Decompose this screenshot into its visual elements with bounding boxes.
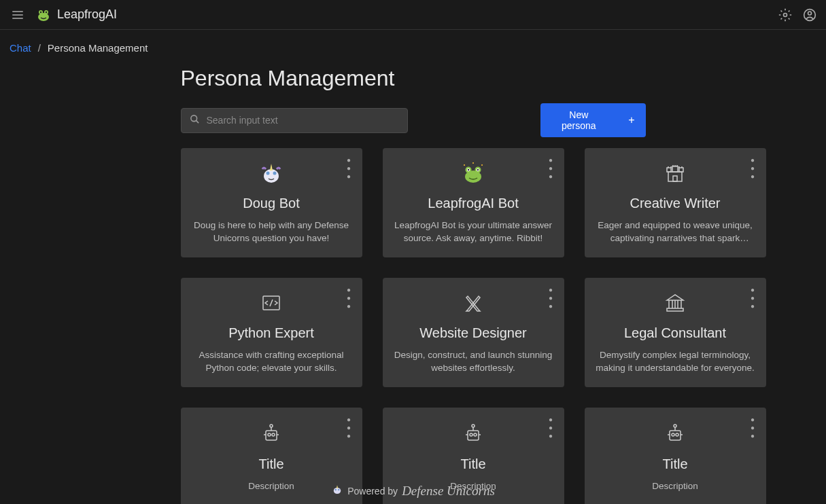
app-header: LeapfrogAI xyxy=(0,0,826,30)
search-box[interactable] xyxy=(181,108,408,133)
svg-point-19 xyxy=(477,169,479,170)
app-logo[interactable]: LeapfrogAI xyxy=(34,5,117,24)
new-persona-button[interactable]: New persona + xyxy=(540,103,646,137)
card-menu-icon[interactable]: ●●● xyxy=(547,416,555,443)
code-icon xyxy=(258,290,285,316)
svg-point-11 xyxy=(266,172,270,175)
persona-card-python-expert[interactable]: ●●● Python Expert Assistance with crafti… xyxy=(181,278,362,387)
svg-point-46 xyxy=(472,425,475,427)
card-title: Legal Consultant xyxy=(624,325,726,341)
header-left: LeapfrogAI xyxy=(10,5,117,24)
persona-card-doug-bot[interactable]: ●●● Doug Bot Doug is here to help with a… xyxy=(181,148,362,257)
card-menu-icon[interactable]: ●●● xyxy=(345,416,353,443)
card-menu-icon[interactable]: ●●● xyxy=(547,286,555,313)
svg-rect-35 xyxy=(266,431,277,440)
svg-point-7 xyxy=(808,12,812,15)
svg-rect-23 xyxy=(668,172,682,181)
card-title: Doug Bot xyxy=(243,196,299,211)
card-description: Demystify complex legal terminology, mak… xyxy=(596,349,755,374)
design-tools-icon xyxy=(460,290,487,316)
breadcrumb-chat-link[interactable]: Chat xyxy=(10,42,31,54)
card-description: LeapfrogAI Bot is your ultimate answer s… xyxy=(394,219,553,244)
svg-point-21 xyxy=(481,164,483,166)
footer: Powered by Defense Unicorns xyxy=(0,484,826,499)
new-persona-label: New persona xyxy=(551,109,607,131)
robot-icon xyxy=(460,420,487,447)
svg-rect-24 xyxy=(667,168,671,172)
legal-building-icon xyxy=(661,290,689,316)
card-title: Creative Writer xyxy=(630,196,721,211)
svg-point-50 xyxy=(672,433,674,436)
unicorn-icon xyxy=(258,160,285,186)
robot-icon xyxy=(258,420,285,447)
card-menu-icon[interactable]: ●●● xyxy=(749,156,757,183)
svg-rect-27 xyxy=(673,176,677,181)
svg-rect-42 xyxy=(468,431,479,440)
footer-brand: Defense Unicorns xyxy=(402,484,495,499)
main-content: Persona Management New persona + ●●● xyxy=(60,66,767,504)
card-menu-icon[interactable]: ●●● xyxy=(345,156,353,183)
search-icon xyxy=(190,114,200,127)
card-title: Title xyxy=(258,456,283,472)
page-title: Persona Management xyxy=(181,66,646,91)
svg-point-12 xyxy=(273,172,277,175)
card-menu-icon[interactable]: ●●● xyxy=(749,286,757,313)
card-description: Assistance with crafting exceptional Pyt… xyxy=(192,349,351,374)
svg-point-56 xyxy=(334,488,341,494)
card-menu-icon[interactable]: ●●● xyxy=(345,286,353,313)
svg-point-53 xyxy=(674,425,676,427)
user-account-icon[interactable] xyxy=(803,8,816,22)
breadcrumb-current: Persona Management xyxy=(48,42,148,54)
card-title: Title xyxy=(460,456,485,472)
svg-rect-49 xyxy=(670,431,681,440)
svg-line-9 xyxy=(196,120,199,123)
breadcrumb-separator: / xyxy=(38,42,41,54)
svg-point-44 xyxy=(474,433,477,436)
persona-cards-grid: ●●● Doug Bot Doug is here to help with a… xyxy=(181,148,646,504)
toolbar: New persona + xyxy=(181,103,646,137)
svg-rect-25 xyxy=(679,168,683,172)
footer-powered-by: Powered by xyxy=(347,486,398,497)
persona-card-website-designer[interactable]: ●●● Website Designer Design, construct, … xyxy=(383,278,564,387)
svg-point-22 xyxy=(472,162,474,164)
persona-card-leapfrog-bot[interactable]: ●●● LeapfrogAI Bot LeapfrogAI Bot i xyxy=(383,148,564,257)
svg-rect-34 xyxy=(667,308,683,311)
robot-icon xyxy=(661,420,689,447)
persona-card-creative-writer[interactable]: ●●● Creative Writer Eager and equipped t… xyxy=(585,148,766,257)
svg-point-39 xyxy=(270,425,273,427)
svg-point-5 xyxy=(784,13,787,16)
svg-point-37 xyxy=(272,433,275,436)
svg-point-36 xyxy=(268,433,271,436)
footer-unicorn-icon xyxy=(331,484,343,499)
castle-icon xyxy=(661,160,689,186)
search-input[interactable] xyxy=(207,115,399,126)
svg-point-43 xyxy=(470,433,472,436)
svg-point-58 xyxy=(338,489,339,490)
svg-rect-26 xyxy=(672,166,678,172)
frog-logo-icon xyxy=(34,5,53,24)
header-right xyxy=(778,8,816,22)
card-title: Python Expert xyxy=(228,325,314,341)
card-menu-icon[interactable]: ●●● xyxy=(547,156,555,183)
card-description: Design, construct, and launch stunning w… xyxy=(394,349,553,374)
svg-point-18 xyxy=(468,169,469,170)
card-title: LeapfrogAI Bot xyxy=(428,196,518,211)
breadcrumb: Chat / Persona Management xyxy=(0,30,826,66)
svg-point-57 xyxy=(335,489,337,490)
hamburger-menu-icon[interactable] xyxy=(10,8,26,22)
svg-point-10 xyxy=(264,169,279,183)
persona-card-legal-consultant[interactable]: ●●● Legal Consultant Demystify complex l… xyxy=(585,278,766,387)
card-title: Website Designer xyxy=(419,325,526,341)
svg-point-2 xyxy=(40,11,41,12)
settings-gear-icon[interactable] xyxy=(778,8,792,22)
frog-icon xyxy=(460,160,487,186)
card-description: Doug is here to help with any Defense Un… xyxy=(192,219,351,244)
card-menu-icon[interactable]: ●●● xyxy=(749,416,757,443)
svg-point-20 xyxy=(464,164,465,166)
svg-point-51 xyxy=(676,433,678,436)
logo-text: LeapfrogAI xyxy=(57,7,117,22)
card-title: Title xyxy=(662,456,687,472)
svg-point-3 xyxy=(46,11,47,12)
svg-point-4 xyxy=(38,13,49,21)
svg-point-8 xyxy=(190,115,196,121)
